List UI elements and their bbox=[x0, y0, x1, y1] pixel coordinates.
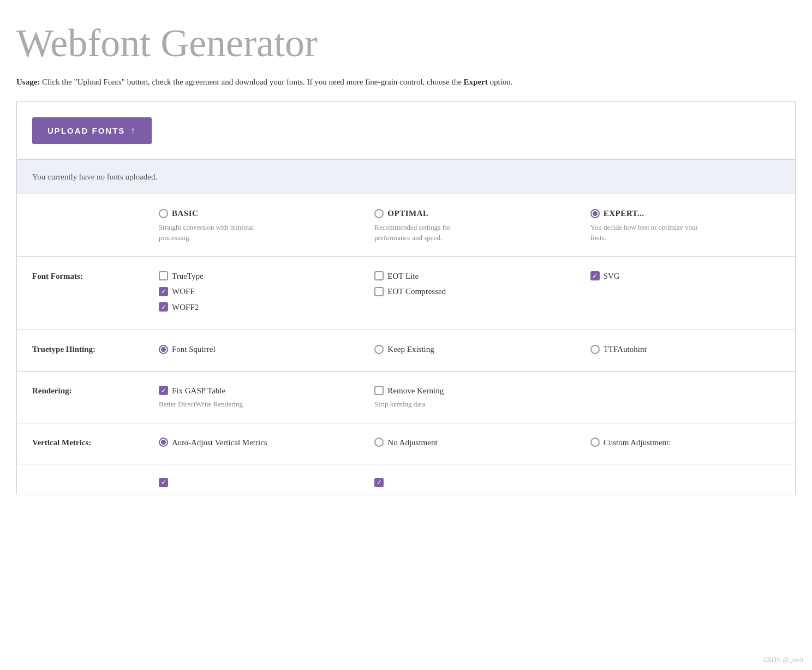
rendering-label: Rendering: bbox=[17, 385, 148, 397]
optimal-radio[interactable] bbox=[374, 209, 384, 218]
ttfautohint-radio[interactable] bbox=[590, 345, 600, 354]
main-panel: UPLOAD FONTS ↑ You currently have no fon… bbox=[16, 101, 796, 495]
no-fonts-message: You currently have no fonts uploaded. bbox=[17, 160, 795, 195]
fix-gasp-checkbox[interactable] bbox=[159, 386, 168, 395]
svg-format[interactable]: SVG bbox=[590, 270, 784, 283]
conversion-mode-label-col bbox=[17, 207, 148, 243]
remove-kerning-label: Remove Kerning bbox=[387, 385, 444, 397]
optimal-label: OPTIMAL bbox=[387, 207, 428, 220]
truetype-hinting-row: Truetype Hinting: Font Squirrel Keep Exi… bbox=[17, 330, 795, 372]
eot-compressed-label: EOT Compressed bbox=[387, 285, 446, 298]
font-formats-col2: EOT Lite EOT Compressed bbox=[363, 270, 579, 317]
keep-existing-option[interactable]: Keep Existing bbox=[363, 343, 579, 358]
no-adjustment-option[interactable]: No Adjustment bbox=[363, 436, 579, 451]
remove-kerning-checkbox[interactable] bbox=[374, 386, 384, 395]
existing-keep-checkbox2[interactable] bbox=[374, 478, 384, 487]
font-formats-label: Font Formats: bbox=[17, 270, 148, 317]
font-formats-col1: TrueType WOFF WOFF2 bbox=[148, 270, 363, 317]
rendering-row: Rendering: Fix GASP Table Better DirectW… bbox=[17, 372, 795, 423]
existing-keep-col1 bbox=[148, 475, 363, 488]
auto-adjust-radio[interactable] bbox=[159, 438, 168, 447]
remove-kerning-option[interactable]: Remove Kerning Strip kerning data bbox=[363, 385, 579, 410]
vertical-metrics-row: Vertical Metrics: Auto-Adjust Vertical M… bbox=[17, 423, 795, 465]
existing-keep-row bbox=[17, 464, 795, 494]
upload-arrow-icon: ↑ bbox=[130, 125, 136, 136]
svg-label: SVG bbox=[604, 270, 620, 283]
existing-keep-col2 bbox=[363, 475, 579, 488]
truetype-format[interactable]: TrueType bbox=[159, 270, 353, 283]
expert-option[interactable]: EXPERT... You decide how best to optimiz… bbox=[580, 207, 795, 243]
woff2-checkbox[interactable] bbox=[159, 302, 168, 312]
eot-lite-checkbox[interactable] bbox=[374, 271, 384, 280]
optimal-option[interactable]: OPTIMAL Recommended settings for perform… bbox=[363, 207, 579, 243]
font-formats-col3: SVG bbox=[580, 270, 795, 317]
fix-gasp-label: Fix GASP Table bbox=[172, 385, 225, 397]
keep-existing-radio[interactable] bbox=[374, 345, 384, 354]
expert-label: EXPERT... bbox=[604, 207, 644, 220]
vertical-metrics-label: Vertical Metrics: bbox=[17, 436, 148, 449]
woff2-format[interactable]: WOFF2 bbox=[159, 301, 353, 314]
ttfautohint-label: TTFAutohint bbox=[604, 343, 647, 356]
eot-compressed-format[interactable]: EOT Compressed bbox=[374, 285, 568, 298]
truetype-label: TrueType bbox=[172, 270, 204, 283]
auto-adjust-label: Auto-Adjust Vertical Metrics bbox=[172, 436, 267, 449]
no-adjustment-label: No Adjustment bbox=[387, 436, 437, 449]
woff2-label: WOFF2 bbox=[172, 301, 199, 314]
woff-label: WOFF bbox=[172, 285, 195, 298]
keep-existing-label: Keep Existing bbox=[387, 343, 434, 356]
page-title: Webfont Generator bbox=[16, 22, 796, 65]
conversion-mode-row: BASIC Straight conversion with minimal p… bbox=[17, 194, 795, 257]
woff-checkbox[interactable] bbox=[159, 287, 168, 296]
eot-lite-format[interactable]: EOT Lite bbox=[374, 270, 568, 283]
basic-option[interactable]: BASIC Straight conversion with minimal p… bbox=[148, 207, 363, 243]
font-squirrel-option[interactable]: Font Squirrel bbox=[148, 343, 363, 358]
existing-keep-checkbox1[interactable] bbox=[159, 478, 168, 487]
font-squirrel-label: Font Squirrel bbox=[172, 343, 216, 356]
svg-checkbox[interactable] bbox=[590, 271, 600, 280]
usage-label: Usage: bbox=[16, 77, 40, 86]
expert-desc: You decide how best to optimize your fon… bbox=[590, 222, 700, 243]
basic-desc: Straight conversion with minimal process… bbox=[159, 222, 268, 243]
upload-button-label: UPLOAD FONTS bbox=[47, 126, 125, 135]
woff-format[interactable]: WOFF bbox=[159, 285, 353, 298]
font-formats-row: Font Formats: TrueType WOFF WOFF2 EOT Li… bbox=[17, 257, 795, 331]
upload-section: UPLOAD FONTS ↑ bbox=[17, 102, 795, 160]
truetype-hinting-label: Truetype Hinting: bbox=[17, 343, 148, 356]
usage-text: Usage: Click the "Upload Fonts" button, … bbox=[16, 76, 617, 88]
upload-fonts-button[interactable]: UPLOAD FONTS ↑ bbox=[32, 117, 152, 144]
no-adjustment-radio[interactable] bbox=[374, 438, 384, 447]
eot-lite-label: EOT Lite bbox=[387, 270, 419, 283]
ttfautohint-option[interactable]: TTFAutohint bbox=[580, 343, 795, 358]
basic-radio[interactable] bbox=[159, 209, 168, 218]
auto-adjust-option[interactable]: Auto-Adjust Vertical Metrics bbox=[148, 436, 363, 451]
eot-compressed-checkbox[interactable] bbox=[374, 287, 384, 296]
font-squirrel-radio[interactable] bbox=[159, 345, 168, 354]
fix-gasp-desc: Better DirectWrite Rendering bbox=[159, 399, 353, 410]
custom-adjustment-radio[interactable] bbox=[590, 438, 600, 447]
basic-label: BASIC bbox=[172, 207, 198, 220]
fix-gasp-option[interactable]: Fix GASP Table Better DirectWrite Render… bbox=[148, 385, 363, 410]
remove-kerning-desc: Strip kerning data bbox=[374, 399, 568, 410]
custom-adjustment-label: Custom Adjustment: bbox=[604, 436, 671, 449]
custom-adjustment-option[interactable]: Custom Adjustment: bbox=[580, 436, 795, 451]
expert-radio[interactable] bbox=[590, 209, 600, 218]
truetype-checkbox[interactable] bbox=[159, 271, 168, 280]
optimal-desc: Recommended settings for performance and… bbox=[374, 222, 483, 243]
